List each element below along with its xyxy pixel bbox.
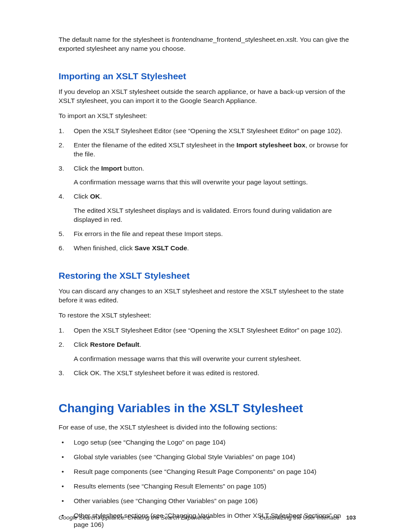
text: .: [100, 193, 102, 200]
list-item: Other variables (see “Changing Other Var…: [74, 497, 356, 506]
list-item: Open the XSLT Stylesheet Editor (see “Op…: [74, 127, 356, 136]
text-italic: frontendname: [172, 36, 213, 43]
list-item: Click OK. The XSLT stylesheet before it …: [74, 369, 356, 378]
text: Other variables (see “Changing Other Var…: [74, 497, 258, 504]
text: Open the XSLT Stylesheet Editor (see “Op…: [74, 327, 342, 334]
body-text: To import an XSLT stylesheet:: [59, 112, 356, 121]
text: Click: [74, 193, 90, 200]
import-steps-list: Open the XSLT Stylesheet Editor (see “Op…: [59, 127, 356, 253]
text: Logo setup (see “Changing the Logo” on p…: [74, 439, 225, 446]
text: Click: [74, 341, 90, 348]
page-number: 103: [346, 514, 356, 521]
text: The default name for the stylesheet is: [59, 36, 172, 43]
text: button.: [122, 165, 144, 172]
list-item: Results elements (see “Changing Result E…: [74, 482, 356, 491]
text: Results elements (see “Changing Result E…: [74, 482, 266, 490]
text-bold: OK: [90, 193, 100, 200]
heading-changing-variables: Changing Variables in the XSLT Styleshee…: [59, 401, 356, 416]
body-text: To restore the XSLT stylesheet:: [59, 311, 356, 320]
list-item: Enter the filename of the edited XSLT st…: [74, 141, 356, 159]
page-footer: Google Search Appliance: Creating the Se…: [59, 514, 356, 521]
body-text: For ease of use, the XSLT stylesheet is …: [59, 423, 356, 432]
sub-text: A confirmation message warns that this w…: [74, 178, 356, 187]
text-bold: Restore Default: [90, 341, 140, 348]
footer-left: Google Search Appliance: Creating the Se…: [59, 514, 210, 521]
text-bold: Import stylesheet box: [237, 141, 305, 149]
text: Open the XSLT Stylesheet Editor (see “Op…: [74, 127, 342, 134]
footer-section: Customizing the User Interface: [259, 514, 339, 521]
text: Result page components (see “Changing Re…: [74, 468, 317, 475]
list-item: Global style variables (see “Changing Gl…: [74, 453, 356, 462]
list-item: Click OK. The edited XSLT stylesheet dis…: [74, 192, 356, 224]
heading-importing: Importing an XSLT Stylesheet: [59, 71, 356, 81]
list-item: Open the XSLT Stylesheet Editor (see “Op…: [74, 326, 356, 335]
text: When finished, click: [74, 244, 134, 252]
text: .: [187, 244, 189, 252]
text-bold: Save XSLT Code: [134, 244, 187, 252]
list-item: Click Restore Default. A confirmation me…: [74, 340, 356, 364]
sub-text: A confirmation message warns that this w…: [74, 355, 356, 364]
text: Fix errors in the file and repeat these …: [74, 230, 223, 237]
body-text: You can discard any changes to an XSLT s…: [59, 287, 356, 305]
text: Global style variables (see “Changing Gl…: [74, 453, 295, 460]
text: Enter the filename of the edited XSLT st…: [74, 141, 237, 149]
text-bold: Import: [101, 165, 122, 172]
list-item: Fix errors in the file and repeat these …: [74, 230, 356, 239]
list-item: When finished, click Save XSLT Code.: [74, 244, 356, 253]
text: .: [139, 341, 141, 348]
text: Click the: [74, 165, 101, 172]
heading-restoring: Restoring the XSLT Stylesheet: [59, 270, 356, 281]
intro-paragraph: The default name for the stylesheet is f…: [59, 35, 356, 53]
list-item: Result page components (see “Changing Re…: [74, 467, 356, 476]
text: Click OK. The XSLT stylesheet before it …: [74, 369, 259, 376]
footer-right: Customizing the User Interface 103: [259, 514, 356, 521]
sub-text: The edited XSLT stylesheet displays and …: [74, 206, 356, 224]
restore-steps-list: Open the XSLT Stylesheet Editor (see “Op…: [59, 326, 356, 378]
list-item: Click the Import button. A confirmation …: [74, 164, 356, 187]
list-item: Logo setup (see “Changing the Logo” on p…: [74, 438, 356, 447]
body-text: If you develop an XSLT stylesheet outsid…: [59, 87, 356, 106]
